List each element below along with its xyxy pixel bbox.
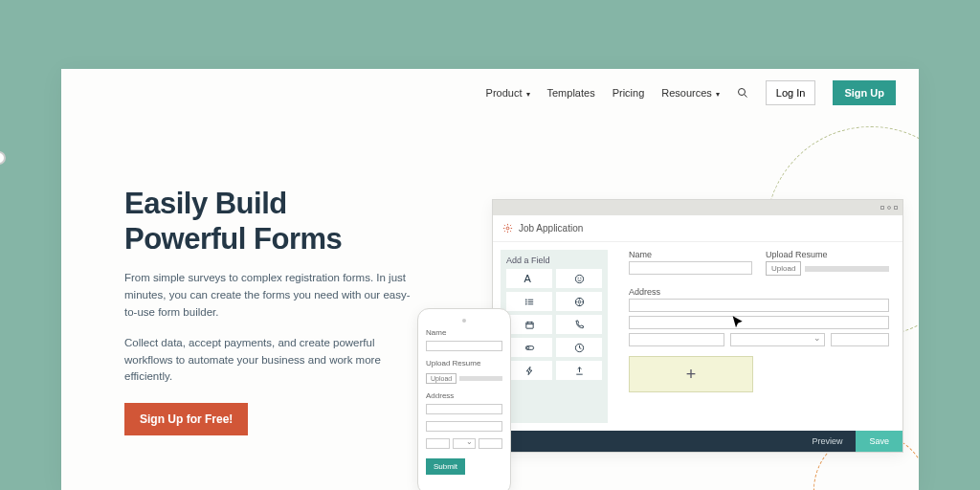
phone-address-city[interactable] [426, 438, 450, 449]
phone-submit-button[interactable]: Submit [426, 458, 465, 475]
phone-address-line2[interactable] [426, 421, 502, 432]
hero-headline-line2: Powerful Forms [124, 222, 342, 256]
phone-address-label: Address [426, 391, 502, 400]
nav-product-label: Product [486, 87, 523, 99]
svg-line-1 [744, 95, 746, 98]
palette-phone-icon[interactable] [556, 315, 602, 334]
canvas-name-input[interactable] [629, 261, 752, 275]
builder-body: Add a Field A Nam [493, 242, 902, 431]
login-button[interactable]: Log In [766, 80, 816, 105]
svg-rect-18 [525, 322, 532, 327]
form-builder-window: Job Application Add a Field A [492, 199, 903, 453]
svg-point-13 [578, 301, 581, 303]
svg-point-2 [506, 227, 509, 230]
cta-signup-free[interactable]: Sign Up for Free! [124, 403, 248, 435]
phone-name-label: Name [426, 328, 502, 337]
canvas-address-label: Address [629, 287, 889, 297]
nav-templates-label: Templates [547, 87, 595, 99]
canvas-address-state[interactable]: ⌄ [730, 333, 826, 346]
chevron-down-icon: ▾ [716, 90, 720, 99]
hero: Easily Build Powerful Forms From simple … [124, 186, 421, 435]
window-min-icon [880, 206, 884, 210]
gear-icon [502, 223, 513, 234]
window-titlebar [493, 200, 902, 215]
nav-templates[interactable]: Templates [547, 87, 595, 99]
hero-headline: Easily Build Powerful Forms [124, 186, 421, 256]
canvas-address-line1[interactable] [629, 299, 889, 312]
phone-upload-placeholder [459, 376, 502, 381]
palette-calendar-icon[interactable] [506, 315, 552, 334]
canvas-address-city[interactable] [629, 333, 724, 346]
cursor-icon [730, 315, 746, 330]
nav-product[interactable]: Product ▾ [486, 87, 530, 99]
plus-icon: + [686, 365, 697, 385]
canvas-upload-label: Upload Resume [766, 250, 889, 259]
phone-address-line1[interactable] [426, 404, 502, 414]
builder-footer: Preview Save [493, 431, 902, 452]
palette-rating-icon[interactable] [556, 338, 602, 357]
field-palette: Add a Field A [501, 250, 608, 423]
search-button[interactable] [737, 87, 748, 99]
window-close-icon [894, 206, 898, 210]
palette-toggle-icon[interactable] [506, 338, 552, 357]
canvas-address-line2[interactable] [629, 316, 889, 329]
palette-text-icon[interactable]: A [506, 269, 552, 288]
palette-upload-icon[interactable] [556, 361, 602, 380]
nav-pricing[interactable]: Pricing [612, 87, 645, 99]
phone-address-state[interactable]: ⌄ [453, 438, 477, 449]
hero-headline-line1: Easily Build [124, 187, 287, 220]
svg-point-10 [525, 301, 526, 302]
svg-point-23 [526, 346, 528, 348]
canvas-name-label: Name [629, 250, 752, 259]
nav-resources[interactable]: Resources ▾ [661, 87, 720, 99]
signup-button[interactable]: Sign Up [833, 80, 896, 105]
palette-action-icon[interactable] [506, 361, 552, 380]
window-max-icon [887, 206, 891, 210]
canvas-address-zip[interactable] [831, 333, 889, 346]
palette-list-icon[interactable] [506, 292, 552, 311]
search-icon [737, 87, 748, 99]
builder-header: Job Application [493, 215, 902, 242]
phone-upload-label: Upload Resume [426, 359, 502, 368]
nav-pricing-label: Pricing [612, 87, 645, 99]
chevron-down-icon: ▾ [526, 90, 530, 99]
phone-preview: Name Upload Resume Upload Address ⌄ Subm… [417, 308, 511, 490]
canvas-upload-button[interactable]: Upload [766, 261, 801, 276]
upload-placeholder [805, 266, 889, 272]
svg-line-26 [579, 347, 581, 348]
hero-paragraph-2: Collect data, accept payments, and creat… [124, 335, 421, 386]
landing-card: Product ▾ Templates Pricing Resources ▾ … [61, 69, 919, 490]
decorative-knob [0, 151, 8, 167]
svg-point-0 [738, 89, 745, 96]
palette-location-icon[interactable] [556, 292, 602, 311]
add-field-dropzone[interactable]: + [629, 356, 753, 392]
phone-upload-button[interactable]: Upload [426, 373, 457, 384]
builder-title: Job Application [519, 223, 583, 234]
phone-address-zip[interactable] [479, 438, 502, 449]
phone-speaker-icon [462, 319, 466, 323]
palette-smile-icon[interactable] [556, 269, 602, 288]
preview-button[interactable]: Preview [798, 431, 856, 452]
svg-point-3 [575, 275, 583, 282]
phone-name-input[interactable] [426, 341, 502, 351]
save-button[interactable]: Save [856, 431, 902, 452]
hero-paragraph-1: From simple surveys to complex registrat… [124, 270, 421, 321]
top-nav: Product ▾ Templates Pricing Resources ▾ … [486, 80, 896, 105]
svg-point-11 [525, 303, 526, 304]
form-canvas: Name Upload Resume Upload Address [615, 242, 902, 431]
svg-point-9 [525, 299, 526, 300]
palette-title: Add a Field [506, 256, 602, 265]
nav-resources-label: Resources [661, 87, 712, 99]
